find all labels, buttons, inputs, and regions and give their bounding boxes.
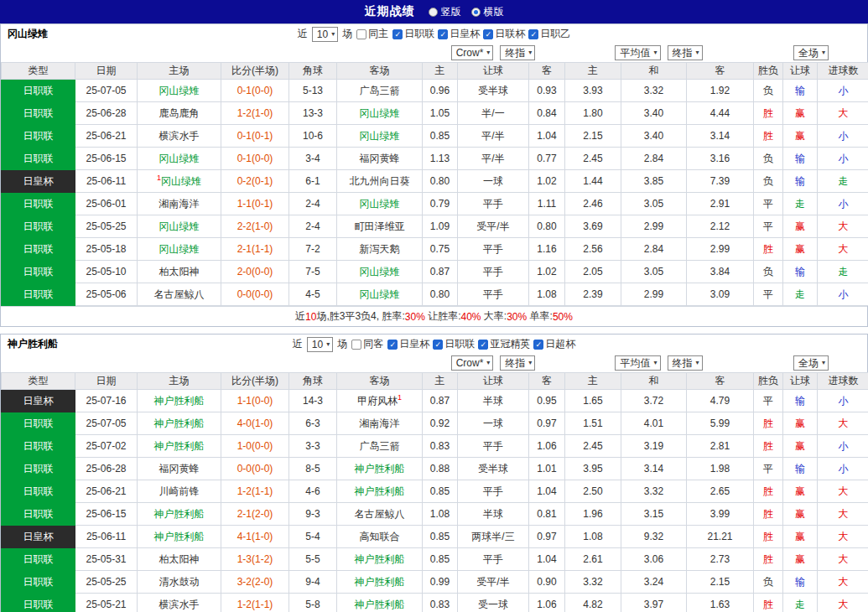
away-team-link[interactable]: 冈山绿雉 [360,288,400,300]
away-team-link[interactable]: 湘南海洋 [360,418,400,429]
home-team-link[interactable]: 冈山绿雉 [159,220,200,232]
home-team-link[interactable]: 横滨水手 [159,599,200,610]
home-team-link[interactable]: 冈山绿雉 [159,85,200,96]
home-team-link[interactable]: 柏太阳神 [159,553,200,565]
away-team-link[interactable]: 町田泽维亚 [355,220,405,232]
away-team-link[interactable]: 新泻天鹅 [360,243,400,255]
odds-company-select[interactable]: Crow*▾ [451,355,494,371]
table-row: 日职联 25-07-02 神户胜利船 1-0(0-0) 3-3 广岛三箭 0.8… [2,435,868,458]
league-filter-4[interactable]: ✓日职乙 [528,27,570,41]
checkbox-checked-icon[interactable]: ✓ [392,29,403,39]
away-team-link[interactable]: 冈山绿雉 [360,266,400,277]
league-badge: 日职联 [2,125,75,148]
column-header: 类型 [2,373,75,390]
league-filter-1[interactable]: ✓日职联 [392,27,434,41]
chevron-down-icon: ▾ [822,360,825,366]
away-team-link[interactable]: 神户胜利船 [355,485,405,497]
checkbox-checked-icon[interactable]: ✓ [528,29,538,39]
home-team-link[interactable]: 湘南海洋 [159,198,200,210]
away-team-link[interactable]: 冈山绿雉 [360,107,400,119]
radio-icon[interactable] [429,8,438,17]
away-team-link[interactable]: 广岛三箭 [360,85,400,96]
away-team-link[interactable]: 高知联合 [360,531,400,542]
home-team-link[interactable]: 神户胜利船 [154,531,205,542]
euro-away-odds: 3.09 [687,283,754,306]
column-header: 主 [565,63,621,80]
away-team-link[interactable]: 神户胜利船 [355,599,405,610]
home-team-link[interactable]: 川崎前锋 [159,485,200,497]
team-name[interactable]: 冈山绿雉 [8,24,48,44]
checkbox-unchecked-icon[interactable] [356,29,366,39]
home-team-link[interactable]: 冈山绿雉 [161,175,201,187]
home-team-link[interactable]: 柏太阳神 [159,266,200,277]
league-filter-3[interactable]: ✓亚冠精英 [478,337,530,351]
euro-odds-select[interactable]: 平均值▾ [615,355,660,371]
league-filter-2[interactable]: ✓日职联 [433,337,475,351]
away-team-link[interactable]: 名古屋鲸八 [355,508,405,520]
checkbox-checked-icon[interactable]: ✓ [533,340,543,350]
handicap-result: 输 [783,261,818,283]
team-name[interactable]: 神户胜利船 [8,335,58,354]
corner-count: 5-13 [289,80,337,102]
euro-draw-odds: 3.40 [621,125,687,148]
checkbox-checked-icon[interactable]: ✓ [483,29,493,39]
euro-away-odds: 1.92 [687,80,754,102]
league-filter-1[interactable]: ✓日皇杯 [387,337,429,351]
radio-icon[interactable] [471,8,481,17]
match-result: 胜 [754,412,783,435]
checkbox-checked-icon[interactable]: ✓ [387,340,398,350]
asia-home-odds: 0.83 [423,435,458,458]
scope-select[interactable]: 全场▾ [793,45,829,60]
away-team-link[interactable]: 冈山绿雉 [360,198,400,210]
league-filter-3[interactable]: ✓日联杯 [483,27,525,41]
euro-draw-odds: 3.32 [621,480,687,503]
checkbox-checked-icon[interactable]: ✓ [478,340,488,350]
checkbox-unchecked-icon[interactable] [351,340,361,350]
same-venue-filter[interactable]: 同客 [351,337,383,351]
league-badge: 日职联 [2,412,75,435]
odds-company-select[interactable]: Crow*▾ [451,45,494,60]
home-team-link[interactable]: 神户胜利船 [154,440,205,452]
away-team-link[interactable]: 甲府风林 [357,395,398,407]
odds-period-select[interactable]: 终指▾ [500,355,535,371]
score: 0-0(0-0) [221,458,289,480]
home-team-link[interactable]: 鹿岛鹿角 [159,107,200,119]
home-team-link[interactable]: 冈山绿雉 [159,153,200,164]
home-team-link[interactable]: 清水鼓动 [159,576,200,588]
euro-odds-select[interactable]: 平均值▾ [615,45,660,60]
away-team-link[interactable]: 神户胜利船 [355,463,405,475]
select-bar: Crow*▾ 终指▾ 平均值▾ 终指▾ 全场▾ [1,354,867,372]
checkbox-checked-icon[interactable]: ✓ [438,29,448,39]
layout-option-horizontal[interactable]: 横版 [471,5,504,19]
asia-away-odds: 1.02 [529,261,565,283]
home-team-link[interactable]: 神户胜利船 [154,418,205,429]
euro-period-select[interactable]: 终指▾ [668,45,703,60]
away-team-link[interactable]: 神户胜利船 [355,553,405,565]
checkbox-checked-icon[interactable]: ✓ [433,340,443,350]
table-row: 日职联 25-07-05 冈山绿雉 0-1(0-0) 5-13 广岛三箭 0.9… [2,80,868,102]
games-count-select[interactable]: 10▾ [307,337,333,352]
away-team-link[interactable]: 冈山绿雉 [360,130,400,142]
away-team-link[interactable]: 北九州向日葵 [350,175,410,187]
same-venue-filter[interactable]: 同主 [356,27,388,41]
home-team-link[interactable]: 神户胜利船 [154,395,205,407]
column-header: 让球 [458,63,529,80]
match-date: 25-06-11 [75,170,138,193]
asia-home-odds: 0.80 [423,170,458,193]
league-filter-2[interactable]: ✓日皇杯 [438,27,480,41]
away-team-link[interactable]: 福冈黄蜂 [360,153,400,164]
league-filter-label: 日皇杯 [399,337,429,351]
away-team-link[interactable]: 广岛三箭 [360,440,400,452]
home-team-link[interactable]: 名古屋鲸八 [154,288,205,300]
home-team-link[interactable]: 横滨水手 [159,130,200,142]
home-team-link[interactable]: 冈山绿雉 [159,243,200,255]
odds-period-select[interactable]: 终指▾ [500,45,535,60]
euro-period-select[interactable]: 终指▾ [668,355,703,371]
away-team-link[interactable]: 神户胜利船 [355,576,405,588]
league-filter-4[interactable]: ✓日超杯 [533,337,575,351]
layout-option-vertical[interactable]: 竖版 [429,5,461,19]
home-team-link[interactable]: 神户胜利船 [154,508,205,520]
scope-select[interactable]: 全场▾ [793,355,829,371]
games-count-select[interactable]: 10▾ [312,27,338,42]
home-team-link[interactable]: 福冈黄蜂 [159,463,200,475]
